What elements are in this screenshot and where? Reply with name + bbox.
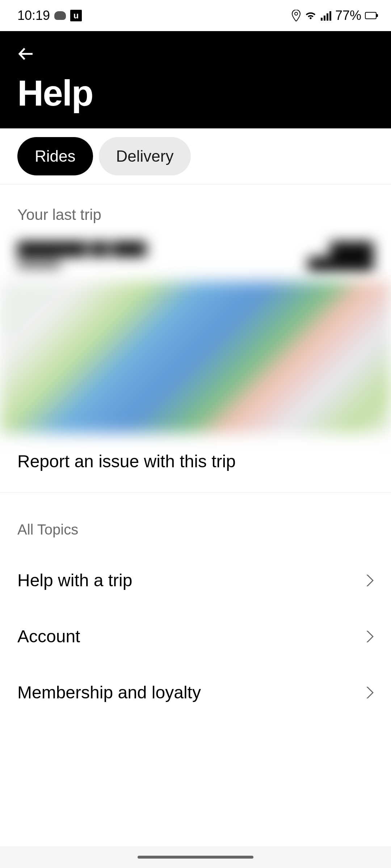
header: Help bbox=[0, 31, 391, 128]
battery-icon bbox=[365, 12, 377, 19]
app-notification-icon: u bbox=[70, 10, 82, 21]
svg-rect-1 bbox=[324, 16, 325, 21]
page-title: Help bbox=[17, 72, 374, 114]
cloud-icon bbox=[54, 11, 66, 20]
tab-delivery[interactable]: Delivery bbox=[99, 137, 191, 175]
topic-label: Help with a trip bbox=[17, 570, 132, 590]
all-topics-label: All Topics bbox=[0, 493, 391, 552]
location-icon bbox=[292, 10, 300, 21]
back-arrow-icon[interactable] bbox=[17, 44, 37, 64]
last-trip-label: Your last trip bbox=[0, 184, 391, 231]
tab-rides[interactable]: Rides bbox=[17, 137, 93, 175]
topic-label: Membership and loyalty bbox=[17, 682, 201, 702]
topic-help-with-trip[interactable]: Help with a trip bbox=[0, 552, 391, 608]
wifi-icon bbox=[304, 10, 317, 21]
topic-membership-loyalty[interactable]: Membership and loyalty bbox=[0, 664, 391, 720]
svg-rect-2 bbox=[327, 13, 328, 21]
svg-rect-0 bbox=[321, 18, 323, 21]
topic-label: Account bbox=[17, 626, 80, 646]
svg-rect-3 bbox=[329, 11, 331, 21]
status-time: 10:19 bbox=[17, 8, 50, 23]
status-bar: 10:19 u 77% bbox=[0, 0, 391, 31]
map-preview-blurred bbox=[0, 281, 391, 433]
signal-icon bbox=[321, 10, 332, 21]
battery-percent: 77% bbox=[335, 8, 361, 23]
chevron-right-icon bbox=[365, 574, 374, 587]
gesture-handle[interactable] bbox=[138, 856, 253, 859]
topic-account[interactable]: Account bbox=[0, 608, 391, 664]
report-issue-link[interactable]: Report an issue with this trip bbox=[0, 433, 391, 493]
chevron-right-icon bbox=[365, 686, 374, 699]
tabs: Rides Delivery bbox=[0, 128, 391, 184]
gesture-bar bbox=[0, 846, 391, 868]
trip-card[interactable]: ████████ ██ ████ ██████ █████ ████████ bbox=[0, 231, 391, 433]
chevron-right-icon bbox=[365, 630, 374, 643]
trip-info-blurred: ████████ ██ ████ ██████ █████ ████████ bbox=[0, 242, 391, 281]
